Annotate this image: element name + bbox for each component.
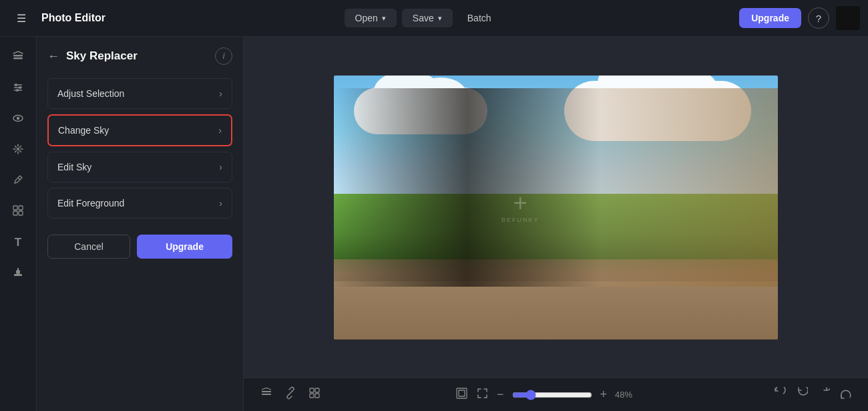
help-icon: ? [816, 13, 821, 24]
layers-bottom-button[interactable] [260, 386, 273, 403]
panel-actions: Cancel Upgrade [47, 235, 232, 259]
panel-back-button[interactable]: ← [47, 49, 59, 63]
menu-item-edit-sky[interactable]: Edit Sky › [47, 152, 232, 182]
sparkle-icon [11, 142, 25, 159]
upgrade-panel-label: Upgrade [166, 241, 204, 252]
grid-bottom-icon [308, 386, 321, 400]
svg-rect-23 [310, 394, 314, 398]
svg-rect-19 [262, 394, 271, 395]
panel-title: Sky Replacer [66, 49, 208, 63]
zoom-out-button[interactable]: − [497, 388, 504, 402]
reset-button[interactable] [773, 387, 786, 403]
open-chevron-icon: ▾ [382, 14, 386, 23]
svg-rect-12 [19, 206, 23, 210]
menu-item-label: Adjust Selection [57, 88, 124, 99]
sidebar-grid-button[interactable] [5, 198, 31, 225]
adjustments-icon [11, 81, 25, 98]
photo-wall [334, 281, 778, 339]
svg-point-3 [15, 84, 17, 86]
sidebar-stamp-button[interactable] [5, 260, 31, 287]
app-title: Photo Editor [41, 12, 105, 24]
menu-item-label: Change Sky [58, 125, 109, 136]
chevron-icon: › [219, 162, 222, 172]
text-icon: T [15, 236, 21, 249]
history-button[interactable] [839, 387, 852, 403]
layers-icon [11, 50, 25, 67]
sidebar-adjustments-button[interactable] [5, 76, 31, 102]
avatar[interactable] [836, 6, 860, 30]
zoom-slider[interactable] [512, 390, 592, 400]
info-icon: i [223, 51, 225, 61]
batch-button[interactable]: Batch [458, 9, 501, 27]
reset-icon [773, 387, 786, 400]
bottom-right-controls [773, 387, 852, 403]
icon-sidebar: T [0, 37, 37, 411]
brush-icon [11, 173, 25, 190]
zoom-label: 48% [615, 390, 639, 400]
frame-fit-button[interactable] [476, 387, 489, 403]
canvas-area: + BEFUNKY [244, 37, 868, 411]
cancel-label: Cancel [74, 241, 103, 252]
panel-header: ← Sky Replacer i [47, 47, 232, 65]
svg-rect-0 [13, 55, 23, 57]
upgrade-button[interactable]: Upgrade [739, 8, 801, 28]
chevron-icon: › [219, 88, 222, 99]
topbar-center: Open ▾ Save ▾ Batch [105, 9, 739, 27]
people-overlay [334, 88, 778, 286]
svg-rect-21 [310, 388, 314, 392]
svg-point-10 [17, 148, 19, 150]
undo-icon [795, 387, 808, 400]
fit-view-icon [455, 387, 468, 400]
grid-icon [11, 204, 25, 221]
panel-info-button[interactable]: i [215, 47, 232, 65]
undo-button[interactable] [795, 387, 808, 403]
svg-rect-13 [13, 211, 17, 215]
menu-item-change-sky[interactable]: Change Sky › [47, 114, 232, 146]
svg-rect-15 [14, 274, 22, 276]
canvas-container: + BEFUNKY [244, 37, 868, 378]
hamburger-icon: ☰ [17, 12, 26, 25]
history-icon [839, 387, 852, 400]
hamburger-menu[interactable]: ☰ [8, 5, 35, 31]
upgrade-label: Upgrade [751, 13, 789, 23]
fit-view-button[interactable] [455, 387, 468, 403]
save-chevron-icon: ▾ [438, 14, 442, 23]
layers-bottom-icon [260, 386, 273, 400]
redo-button[interactable] [817, 387, 830, 403]
zoom-in-icon: + [600, 388, 608, 401]
svg-rect-14 [19, 211, 23, 215]
open-button[interactable]: Open ▾ [345, 9, 397, 27]
bottom-center-zoom: − + 48% [455, 387, 639, 403]
topbar-left: ☰ Photo Editor [8, 5, 105, 31]
topbar-right: Upgrade ? [739, 6, 860, 30]
help-button[interactable]: ? [808, 7, 829, 29]
upgrade-panel-button[interactable]: Upgrade [137, 235, 232, 259]
svg-rect-18 [262, 391, 271, 392]
sidebar-sparkle-button[interactable] [5, 137, 31, 164]
back-icon: ← [47, 49, 59, 63]
menu-item-label: Edit Sky [57, 162, 91, 172]
menu-item-edit-foreground[interactable]: Edit Foreground › [47, 188, 232, 219]
svg-rect-22 [315, 388, 319, 392]
stamp-icon [11, 265, 25, 282]
bottom-bar: − + 48% [244, 378, 868, 411]
svg-rect-11 [13, 206, 17, 210]
sidebar-layers-button[interactable] [5, 45, 31, 72]
zoom-in-button[interactable]: + [600, 388, 608, 402]
sidebar-text-button[interactable]: T [5, 229, 31, 256]
sidebar-eye-button[interactable] [5, 106, 31, 133]
menu-item-adjust-selection[interactable]: Adjust Selection › [47, 78, 232, 109]
link-bottom-button[interactable] [284, 386, 297, 403]
save-button[interactable]: Save ▾ [402, 9, 453, 27]
batch-label: Batch [467, 13, 491, 23]
sidebar-brush-button[interactable] [5, 168, 31, 194]
svg-rect-16 [16, 270, 20, 274]
svg-point-9 [17, 116, 19, 119]
eye-icon [11, 112, 25, 128]
open-label: Open [355, 13, 378, 23]
grid-bottom-button[interactable] [308, 386, 321, 403]
link-bottom-icon [284, 386, 297, 400]
menu-item-label: Edit Foreground [57, 198, 124, 209]
svg-rect-1 [13, 57, 23, 59]
cancel-button[interactable]: Cancel [47, 235, 130, 259]
